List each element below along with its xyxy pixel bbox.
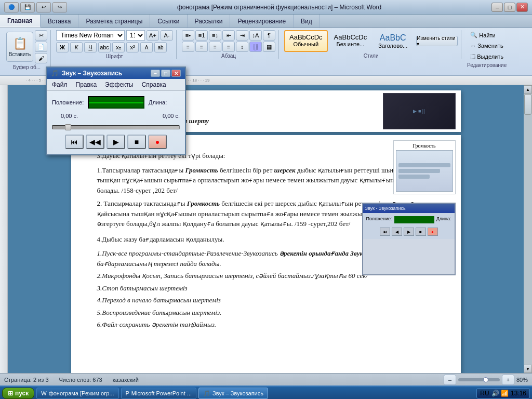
dialog-menu-help[interactable]: Справка	[138, 80, 170, 89]
tab-mailings[interactable]: Рассылки	[188, 15, 231, 28]
dialog-skip-start-button[interactable]: ⏮	[65, 135, 84, 149]
dialog-record-button[interactable]: ●	[148, 135, 167, 149]
font-size-increase-btn[interactable]: A+	[147, 30, 159, 41]
sort-button[interactable]: ↕A	[249, 30, 262, 41]
tab-references[interactable]: Ссылки	[150, 15, 187, 28]
dialog-position-slider[interactable]	[52, 125, 180, 129]
style-normal-label: Обычный	[293, 41, 318, 47]
tab-page-layout[interactable]: Разметка страницы	[78, 15, 150, 28]
replace-button[interactable]: ↔ Заменить	[467, 41, 507, 50]
font-content: Times New Roman 11 A+ A- Ж К Ч abc x₂	[56, 30, 173, 52]
zoom-level: 80%	[516, 377, 528, 383]
vertical-scrollbar[interactable]: ▲ ▼	[524, 85, 532, 373]
font-name-select[interactable]: Times New Roman	[56, 30, 125, 41]
paste-button[interactable]: 📋 Вставить	[6, 32, 33, 62]
tab-insert[interactable]: Вставка	[41, 15, 79, 28]
taskbar-soundrecorder[interactable]: 🎵 Звук – Звукозапись	[198, 388, 268, 399]
quick-redo-btn[interactable]: ↪	[52, 2, 67, 12]
italic-button[interactable]: К	[70, 42, 83, 52]
dialog-play-button[interactable]: ▶	[107, 135, 125, 149]
numbering-button[interactable]: ≡1	[195, 30, 208, 41]
taskbar-powerpoint[interactable]: P Microsoft PowerPoint ...	[121, 388, 197, 399]
change-styles-button[interactable]: Изменить стили ▾	[416, 36, 458, 46]
dialog-menu-edit[interactable]: Правка	[72, 80, 101, 89]
border-button[interactable]: ▦	[263, 42, 275, 52]
dialog-window-buttons: – □ ✕	[151, 70, 181, 77]
align-center-button[interactable]: ≡	[195, 42, 208, 52]
select-button[interactable]: ⬚ Выделить	[467, 51, 507, 61]
waveform-line	[89, 102, 143, 103]
dialog-title-bar: 🎵 Звук – Звукозапись – □ ✕	[47, 68, 185, 79]
font-size-select[interactable]: 11	[126, 30, 145, 41]
ribbon-tabs: Главная Вставка Разметка страницы Ссылки…	[0, 15, 532, 28]
doc-para4-5: 5.Воспроизведение батырмасын шертеміз.	[97, 308, 435, 318]
doc-para4-3: 3.Стоп батырмасын шертеміз	[97, 283, 435, 294]
clipboard-content: 📋 Вставить ✂ 📄 🖌	[6, 30, 47, 63]
taskbar-word[interactable]: W фонограма [Режим огр...	[36, 388, 118, 399]
show-marks-button[interactable]: ¶	[263, 30, 275, 41]
format-painter-button[interactable]: 🖌	[35, 53, 47, 63]
dialog-maximize-button[interactable]: □	[161, 70, 170, 77]
dialog-stop-button[interactable]: ■	[127, 135, 146, 149]
copy-button[interactable]: 📄	[35, 42, 47, 52]
minimize-button[interactable]: –	[491, 3, 503, 12]
громкость-panel: Громкость	[393, 140, 456, 194]
scroll-track[interactable]	[524, 94, 532, 365]
dialog-menu-effects[interactable]: Эффекты	[101, 80, 138, 89]
quick-save-btn[interactable]: 💾	[20, 2, 35, 12]
scroll-down-button[interactable]: ▼	[524, 365, 532, 373]
tab-view[interactable]: Вид	[294, 15, 320, 28]
increase-indent-button[interactable]: ⇥	[236, 30, 248, 41]
bold-button[interactable]: Ж	[56, 42, 69, 52]
scroll-up-button[interactable]: ▲	[524, 85, 532, 94]
dialog-waveform-display	[88, 96, 144, 109]
font-size-decrease-btn[interactable]: A-	[161, 30, 173, 41]
zoom-slider[interactable]	[458, 378, 500, 381]
bullets-button[interactable]: ≡•	[182, 30, 194, 41]
close-button[interactable]: ✕	[516, 3, 528, 12]
font-color-button[interactable]: A	[140, 42, 153, 52]
align-right-button[interactable]: ≡	[209, 42, 221, 52]
tab-home[interactable]: Главная	[0, 15, 41, 28]
list-row: ≡• ≡1 ≡↕ ⇤ ⇥ ↕A ¶	[182, 30, 275, 41]
dialog-rewind-button[interactable]: ◀◀	[86, 135, 104, 149]
dialog-slider-thumb[interactable]	[65, 124, 71, 130]
tab-review[interactable]: Рецензирование	[230, 15, 294, 28]
cut-button[interactable]: ✂	[35, 30, 47, 41]
shading-button[interactable]: ░	[249, 42, 262, 52]
office-button[interactable]: 🔵	[4, 2, 19, 12]
dialog-close-button[interactable]: ✕	[171, 70, 181, 77]
quick-undo-btn[interactable]: ↩	[36, 2, 51, 12]
dialog-menu-file[interactable]: Файл	[48, 80, 72, 89]
style-heading-label: Заголово...	[378, 43, 407, 49]
scroll-thumb[interactable]	[524, 94, 531, 115]
start-button[interactable]: ⊞ пуск	[2, 388, 34, 399]
zoom-slider-thumb[interactable]	[483, 377, 488, 382]
zoom-bar: – + 80%	[444, 375, 528, 385]
font-group: Times New Roman 11 A+ A- Ж К Ч abc x₂	[53, 30, 177, 59]
subscript-button[interactable]: x₂	[112, 42, 125, 52]
title-bar: 🔵 💾 ↩ ↪ фонограма [Режим ограниченной фу…	[0, 0, 532, 15]
style-normal-button[interactable]: AaBbCcDc Обычный	[284, 30, 328, 52]
multilevel-list-button[interactable]: ≡↕	[209, 30, 221, 41]
style-normal-sample: AaBbCcDc	[289, 33, 323, 41]
decrease-indent-button[interactable]: ⇤	[222, 30, 235, 41]
underline-button[interactable]: Ч	[84, 42, 97, 52]
highlight-button[interactable]: ab	[154, 42, 167, 52]
strikethrough-button[interactable]: abc	[98, 42, 111, 52]
style-heading-button[interactable]: AaBbC Заголово...	[373, 30, 413, 52]
maximize-button[interactable]: □	[504, 3, 515, 12]
styles-label: Стили	[364, 52, 379, 59]
align-left-button[interactable]: ≡	[182, 42, 194, 52]
justify-button[interactable]: ≡	[222, 42, 235, 52]
zoom-out-button[interactable]: –	[444, 375, 456, 385]
find-button[interactable]: 🔍 Найти	[467, 30, 507, 40]
zoom-in-button[interactable]: +	[502, 375, 514, 385]
style-no-spacing-button[interactable]: AaBbCcDc Без инте...	[329, 30, 373, 52]
font-area: Times New Roman 11 A+ A- Ж К Ч abc x₂	[56, 30, 173, 52]
superscript-button[interactable]: x²	[126, 42, 139, 52]
line-spacing-button[interactable]: ↕	[236, 42, 248, 52]
styles-area: AaBbCcDc Обычный AaBbCcDc Без инте... Aa…	[284, 30, 413, 52]
tray-lang: RU	[480, 390, 489, 397]
dialog-minimize-button[interactable]: –	[151, 70, 160, 77]
